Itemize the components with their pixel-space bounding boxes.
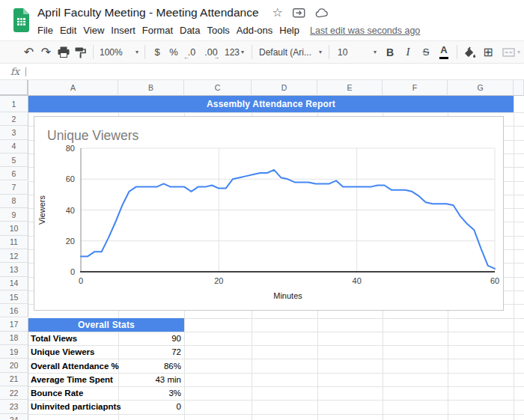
row-header-6[interactable]: 6 bbox=[0, 167, 28, 180]
row-header-20[interactable]: 20 bbox=[0, 359, 28, 372]
column-header-e[interactable]: E bbox=[317, 80, 383, 96]
line-chart: 0204060800204060Unique ViewersMinutesVie… bbox=[34, 117, 503, 310]
text-color-button[interactable]: A bbox=[435, 43, 453, 61]
row-header-10[interactable]: 10 bbox=[0, 222, 28, 235]
stat-label-cell[interactable]: Bounce Rate bbox=[28, 386, 118, 400]
toolbar-divider bbox=[144, 45, 145, 59]
chevron-down-icon: ▾ bbox=[319, 49, 322, 55]
font-select[interactable]: Default (Ari... ▾ bbox=[258, 43, 323, 61]
row-header-21[interactable]: 21 bbox=[0, 373, 28, 386]
stat-value-cell[interactable]: 0 bbox=[118, 400, 184, 413]
stat-value-cell[interactable]: 90 bbox=[118, 332, 184, 345]
menu-item-insert[interactable]: Insert bbox=[111, 25, 135, 36]
fx-icon: fx bbox=[10, 66, 19, 77]
row-header-24[interactable]: 24 bbox=[0, 414, 28, 420]
zoom-select[interactable]: 100% ▾ bbox=[97, 43, 141, 61]
bold-button[interactable]: B bbox=[381, 43, 399, 61]
paint-format-button[interactable] bbox=[72, 43, 89, 61]
overall-stats-banner-cell[interactable]: Overall Stats bbox=[28, 318, 184, 332]
column-header-g[interactable]: G bbox=[448, 80, 514, 96]
stat-label-cell[interactable]: Average Time Spent bbox=[28, 373, 118, 386]
print-button[interactable] bbox=[55, 43, 72, 61]
row-header-23[interactable]: 23 bbox=[0, 400, 28, 413]
undo-button[interactable]: ↶ bbox=[20, 43, 37, 61]
fill-color-button[interactable] bbox=[461, 43, 478, 61]
row-header-15[interactable]: 15 bbox=[0, 290, 28, 304]
row-header-1[interactable]: 1 bbox=[0, 96, 28, 112]
paint-roller-icon bbox=[75, 46, 87, 58]
column-header[interactable] bbox=[514, 80, 524, 96]
borders-button[interactable]: ⊞ bbox=[478, 43, 498, 61]
chevron-down-icon: ▾ bbox=[374, 49, 377, 55]
stat-label-cell[interactable]: Unique Viewers bbox=[28, 345, 118, 359]
chevron-down-icon: ▾ bbox=[517, 49, 520, 55]
stat-label-cell[interactable]: Overall Attendance % bbox=[28, 359, 118, 372]
cloud-saved-icon[interactable] bbox=[315, 8, 329, 18]
menu-item-addons[interactable]: Add-ons bbox=[237, 25, 272, 36]
row-header-9[interactable]: 9 bbox=[0, 208, 28, 222]
row-header-19[interactable]: 19 bbox=[0, 345, 28, 359]
column-header-c[interactable]: C bbox=[184, 80, 252, 96]
star-icon[interactable]: ☆ bbox=[272, 7, 283, 19]
menu-item-edit[interactable]: Edit bbox=[60, 25, 76, 36]
strikethrough-button[interactable]: S bbox=[417, 43, 435, 61]
select-all-corner[interactable] bbox=[0, 80, 28, 96]
formula-bar[interactable]: fx bbox=[0, 64, 524, 80]
last-edit-link[interactable]: Last edit was seconds ago bbox=[310, 25, 420, 36]
paint-bucket-icon bbox=[463, 46, 476, 58]
italic-button[interactable]: I bbox=[399, 43, 417, 61]
document-title[interactable]: April Faculty Meeting - Meeting Attendan… bbox=[37, 6, 259, 19]
printer-icon bbox=[58, 46, 70, 58]
report-banner-cell[interactable]: Assembly Attendance Report bbox=[28, 96, 514, 112]
increase-decimals-button[interactable]: .00 → bbox=[201, 43, 221, 61]
row-header-13[interactable]: 13 bbox=[0, 263, 28, 276]
svg-text:Viewers: Viewers bbox=[37, 195, 46, 225]
row-header-14[interactable]: 14 bbox=[0, 277, 28, 290]
row-header-17[interactable]: 17 bbox=[0, 318, 28, 332]
svg-text:60: 60 bbox=[490, 276, 499, 285]
stat-value-cell[interactable]: 43 min bbox=[118, 373, 184, 386]
column-header-b[interactable]: B bbox=[118, 80, 184, 96]
menu-item-help[interactable]: Help bbox=[279, 25, 299, 36]
menu-item-data[interactable]: Data bbox=[180, 25, 200, 36]
stat-value-cell[interactable]: 86% bbox=[118, 359, 184, 372]
font-size-select[interactable]: 10 ▾ bbox=[333, 43, 381, 61]
arrow-left-icon: ← bbox=[183, 54, 189, 61]
svg-text:Unique Viewers: Unique Viewers bbox=[47, 128, 138, 143]
spreadsheet-grid[interactable]: Assembly Attendance Report 0204060800204… bbox=[0, 80, 524, 420]
stat-value-cell[interactable]: 72 bbox=[118, 345, 184, 359]
redo-button[interactable]: ↷ bbox=[37, 43, 55, 61]
row-header-2[interactable]: 2 bbox=[0, 112, 28, 126]
row-header-18[interactable]: 18 bbox=[0, 332, 28, 345]
more-formats-button[interactable]: 123 ▾ bbox=[221, 43, 248, 61]
svg-text:40: 40 bbox=[66, 206, 75, 215]
format-currency-button[interactable]: $ bbox=[149, 43, 165, 61]
menu-item-format[interactable]: Format bbox=[142, 25, 173, 36]
column-header-d[interactable]: D bbox=[252, 80, 317, 96]
stat-label-cell[interactable]: Total Views bbox=[28, 332, 118, 345]
chevron-down-icon: ▾ bbox=[135, 49, 138, 55]
row-header-16[interactable]: 16 bbox=[0, 304, 28, 317]
row-header-8[interactable]: 8 bbox=[0, 195, 28, 208]
menu-item-tools[interactable]: Tools bbox=[207, 25, 229, 36]
row-header-4[interactable]: 4 bbox=[0, 140, 28, 153]
stat-value-cell[interactable]: 3% bbox=[118, 386, 184, 400]
row-header-7[interactable]: 7 bbox=[0, 181, 28, 195]
row-header-5[interactable]: 5 bbox=[0, 153, 28, 167]
column-header-a[interactable]: A bbox=[28, 80, 118, 96]
decrease-decimals-button[interactable]: .0 ← bbox=[182, 43, 201, 61]
row-header-12[interactable]: 12 bbox=[0, 249, 28, 263]
row-header-3[interactable]: 3 bbox=[0, 126, 28, 139]
row-header-22[interactable]: 22 bbox=[0, 386, 28, 400]
move-to-folder-icon[interactable] bbox=[293, 7, 305, 18]
merge-cells-button[interactable]: ▾ bbox=[498, 43, 524, 61]
format-percent-button[interactable]: % bbox=[165, 43, 182, 61]
menu-item-file[interactable]: File bbox=[37, 25, 53, 36]
chevron-down-icon: ▾ bbox=[241, 49, 244, 55]
attendance-chart[interactable]: 0204060800204060Unique ViewersMinutesVie… bbox=[34, 116, 504, 311]
row-header-11[interactable]: 11 bbox=[0, 236, 28, 249]
menu-item-view[interactable]: View bbox=[83, 25, 104, 36]
stat-label-cell[interactable]: Uninvited particiapnts bbox=[28, 400, 118, 413]
column-header-f[interactable]: F bbox=[383, 80, 448, 96]
svg-text:20: 20 bbox=[214, 276, 223, 285]
